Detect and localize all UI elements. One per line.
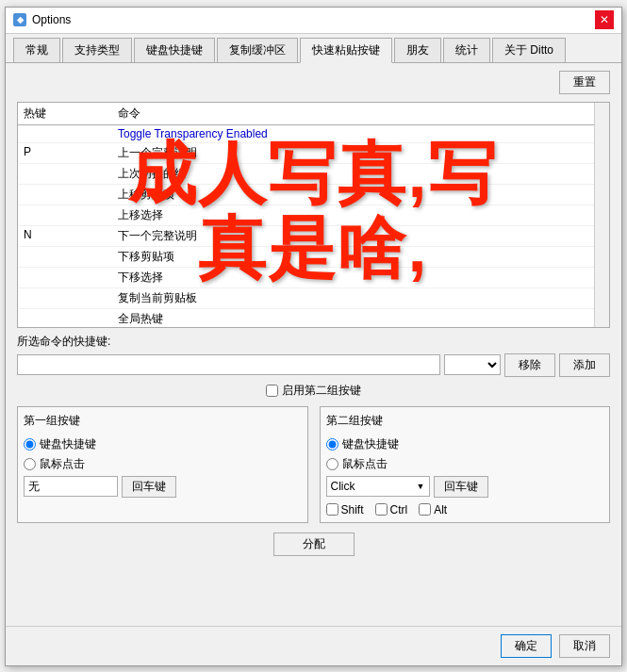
enable-second-group-checkbox[interactable] [266, 385, 278, 397]
alt-label: Alt [434, 503, 447, 516]
table-row[interactable]: 全局热键 [18, 309, 609, 327]
group1-mouse-label: 鼠标点击 [40, 456, 85, 472]
group1-input-row: 回车键 [24, 476, 302, 498]
ctrl-checkbox[interactable] [375, 503, 388, 516]
table-body[interactable]: 成人写真,写 真是啥, Toggle Transparency Enabled … [18, 125, 609, 327]
group1-mouse-radio[interactable] [24, 458, 36, 470]
shortcut-table-area: 热键 命令 成人写真,写 真是啥, Toggle Transparency En… [17, 102, 610, 328]
group2-radio2-row: 鼠标点击 [326, 456, 604, 472]
group2-radio1-row: 键盘快捷键 [326, 436, 604, 452]
cmd-cell: 复制当前剪贴板 [118, 290, 197, 306]
enable-second-group-label: 启用第二组按键 [282, 383, 361, 399]
tab-general[interactable]: 常规 [13, 38, 60, 62]
alt-checkbox-row: Alt [419, 503, 447, 516]
group2-keyboard-label: 键盘快捷键 [342, 436, 399, 452]
tab-copy-buffer[interactable]: 复制缓冲区 [217, 38, 298, 62]
shortcut-section: 所选命令的快捷键: 移除 添加 启用第二组按键 [17, 334, 610, 401]
group1-box: 第一组按键 键盘快捷键 鼠标点击 回车键 [17, 406, 308, 523]
main-content: 重置 热键 命令 成人写真,写 真是啥, Toggle Transparency… [6, 63, 621, 626]
group2-mouse-label: 鼠标点击 [342, 456, 388, 472]
group2-enter-button[interactable]: 回车键 [434, 476, 488, 498]
window-title: Options [32, 13, 71, 26]
cmd-cell: 下移剪贴项 [118, 249, 174, 265]
cmd-cell: 下一个完整说明 [118, 228, 197, 244]
cmd-cell: 上一个完整说明 [118, 145, 197, 161]
groups-section: 第一组按键 键盘快捷键 鼠标点击 回车键 第二组按键 [17, 406, 610, 523]
tab-keyboard-shortcuts[interactable]: 键盘快捷键 [134, 38, 215, 62]
dropdown-arrow-icon: ▼ [417, 482, 425, 491]
group2-dropdown[interactable]: Click ▼ [326, 476, 430, 497]
table-row[interactable]: 下移剪贴项 [18, 247, 609, 268]
reset-row: 重置 [17, 71, 610, 94]
table-row[interactable]: N 下一个完整说明 [18, 226, 609, 247]
group1-key-input[interactable] [24, 476, 118, 497]
group1-radio1-row: 键盘快捷键 [24, 436, 302, 452]
alt-checkbox[interactable] [419, 503, 431, 516]
ctrl-label: Ctrl [390, 503, 408, 516]
tab-bar: 常规 支持类型 键盘快捷键 复制缓冲区 快速粘贴按键 朋友 统计 关于 Ditt… [6, 34, 621, 63]
group1-keyboard-radio[interactable] [24, 438, 36, 451]
scrollbar[interactable] [594, 103, 609, 327]
table-row[interactable]: 上移剪贴项 [18, 185, 609, 205]
group2-keyboard-radio[interactable] [326, 438, 338, 451]
app-icon: ◆ [13, 13, 26, 26]
group1-keyboard-label: 键盘快捷键 [40, 436, 96, 452]
table-row[interactable]: Toggle Transparency Enabled [18, 125, 609, 143]
shift-checkbox[interactable] [326, 503, 338, 516]
group2-mouse-radio[interactable] [326, 458, 338, 470]
group1-title: 第一组按键 [24, 413, 302, 429]
tab-about[interactable]: 关于 Ditto [492, 38, 566, 62]
group1-enter-button[interactable]: 回车键 [122, 476, 176, 498]
table-row[interactable]: 上移选择 [18, 205, 609, 226]
ctrl-checkbox-row: Ctrl [375, 503, 408, 516]
group2-dropdown-value: Click [331, 480, 355, 493]
add-button[interactable]: 添加 [559, 353, 610, 377]
header-hotkey: 热键 [24, 106, 118, 122]
tab-support-types[interactable]: 支持类型 [62, 38, 132, 62]
shift-label: Shift [341, 503, 364, 516]
shortcut-key-input[interactable] [17, 354, 440, 375]
assign-button[interactable]: 分配 [273, 533, 355, 556]
cmd-cell: 上移选择 [118, 207, 163, 223]
reset-button[interactable]: 重置 [559, 71, 610, 94]
cmd-cell: 上次切换的组 [118, 166, 186, 182]
tab-quick-paste[interactable]: 快速粘贴按键 [300, 38, 392, 63]
main-window: ◆ Options ✕ 常规 支持类型 键盘快捷键 复制缓冲区 快速粘贴按键 朋… [5, 7, 622, 666]
table-row[interactable]: P 上一个完整说明 [18, 143, 609, 164]
table-row[interactable]: 下移选择 [18, 268, 609, 288]
group2-input-row: Click ▼ 回车键 [326, 476, 604, 498]
enable-second-group-row: 启用第二组按键 [17, 383, 610, 399]
cmd-cell: 上移剪贴项 [118, 187, 174, 203]
cmd-cell: 全局热键 [118, 311, 163, 327]
shift-checkbox-row: Shift [326, 503, 364, 516]
cmd-cell: 下移选择 [118, 270, 163, 286]
shortcut-section-label: 所选命令的快捷键: [17, 334, 110, 350]
assign-row: 分配 [17, 533, 610, 556]
table-row[interactable]: 复制当前剪贴板 [18, 288, 609, 309]
group1-radio2-row: 鼠标点击 [24, 456, 302, 472]
key-cell: P [24, 145, 118, 158]
key-cell: N [24, 228, 118, 241]
bottom-buttons: 确定 取消 [6, 626, 621, 665]
cmd-cell: Toggle Transparency Enabled [118, 127, 268, 140]
group2-box: 第二组按键 键盘快捷键 鼠标点击 Click ▼ 回车键 [320, 406, 611, 523]
ok-button[interactable]: 确定 [501, 634, 552, 658]
tab-stats[interactable]: 统计 [443, 38, 490, 62]
shortcut-label-row: 所选命令的快捷键: [17, 334, 610, 350]
title-bar-left: ◆ Options [13, 13, 71, 26]
title-bar: ◆ Options ✕ [6, 8, 621, 34]
cancel-button[interactable]: 取消 [559, 634, 610, 658]
shortcut-dropdown[interactable] [444, 354, 501, 375]
table-header: 热键 命令 [18, 103, 609, 125]
group2-title: 第二组按键 [326, 413, 604, 429]
tab-friends[interactable]: 朋友 [394, 38, 441, 62]
group2-checkboxes-row: Shift Ctrl Alt [326, 503, 604, 516]
header-command: 命令 [118, 106, 140, 122]
table-row[interactable]: 上次切换的组 [18, 164, 609, 185]
close-button[interactable]: ✕ [595, 10, 614, 29]
remove-button[interactable]: 移除 [504, 353, 555, 377]
